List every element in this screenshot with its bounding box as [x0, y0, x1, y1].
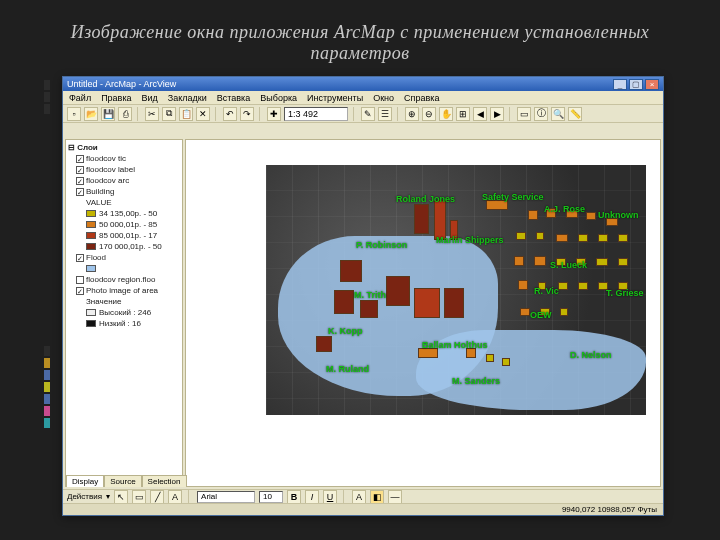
building-polygon[interactable] — [340, 260, 362, 282]
copy-icon[interactable]: ⧉ — [162, 107, 176, 121]
open-icon[interactable]: 📂 — [84, 107, 98, 121]
paste-icon[interactable]: 📋 — [179, 107, 193, 121]
building-polygon[interactable] — [558, 282, 568, 290]
font-color-icon[interactable]: A — [352, 490, 366, 504]
find-icon[interactable]: 🔍 — [551, 107, 565, 121]
prev-extent-icon[interactable]: ◀ — [473, 107, 487, 121]
building-polygon[interactable] — [560, 308, 568, 316]
line-icon[interactable]: ╱ — [150, 490, 164, 504]
layer-6[interactable]: Photo image of area — [68, 285, 180, 296]
building-polygon[interactable] — [578, 282, 588, 290]
bold-icon[interactable]: B — [287, 490, 301, 504]
font-select[interactable]: Arial — [197, 491, 255, 503]
pointer-icon[interactable]: ↖ — [114, 490, 128, 504]
table-of-contents[interactable]: ⊟ Слоиfloodcov ticfloodcov labelfloodcov… — [65, 139, 183, 487]
save-icon[interactable]: 💾 — [101, 107, 115, 121]
value-class: 50 000,01р. - 85 — [68, 219, 180, 230]
building-polygon[interactable] — [434, 200, 446, 240]
building-polygon[interactable] — [502, 358, 510, 366]
building-polygon[interactable] — [528, 210, 538, 220]
pan-icon[interactable]: ✋ — [439, 107, 453, 121]
menu-Файл[interactable]: Файл — [69, 93, 91, 103]
layer-2[interactable]: floodcov arc — [68, 175, 180, 186]
map-label: D. Nelson — [570, 350, 612, 360]
layer-1[interactable]: floodcov label — [68, 164, 180, 175]
zoom-out-icon[interactable]: ⊖ — [422, 107, 436, 121]
building-polygon[interactable] — [596, 258, 608, 266]
toc-tab-selection[interactable]: Selection — [142, 475, 187, 487]
map-label: R. Vic — [534, 286, 559, 296]
print-icon[interactable]: ⎙ — [118, 107, 132, 121]
building-polygon[interactable] — [334, 290, 354, 314]
scale-input[interactable]: 1:3 492 — [284, 107, 348, 121]
building-polygon[interactable] — [316, 336, 332, 352]
toc-tab-source[interactable]: Source — [104, 475, 141, 487]
building-polygon[interactable] — [414, 288, 440, 318]
toc-root[interactable]: ⊟ Слои — [68, 142, 180, 153]
full-extent-icon[interactable]: ⊞ — [456, 107, 470, 121]
add-data-icon[interactable]: ✚ — [267, 107, 281, 121]
editor-icon[interactable]: ✎ — [361, 107, 375, 121]
map-view[interactable]: Roland JonesP. RobinsonMarlin ShippersSa… — [185, 139, 661, 487]
rectangle-icon[interactable]: ▭ — [132, 490, 146, 504]
font-size-input[interactable]: 10 — [259, 491, 283, 503]
select-icon[interactable]: ▭ — [517, 107, 531, 121]
menu-Инструменты[interactable]: Инструменты — [307, 93, 363, 103]
map-label: Ballam Holthus — [422, 340, 488, 350]
maximize-button[interactable]: ▢ — [629, 79, 643, 90]
map-label: M. Trith — [354, 290, 386, 300]
building-polygon[interactable] — [414, 204, 429, 234]
building-polygon[interactable] — [598, 234, 608, 242]
layer-3[interactable]: Building — [68, 186, 180, 197]
menu-Правка[interactable]: Правка — [101, 93, 131, 103]
building-polygon[interactable] — [586, 212, 596, 220]
building-polygon[interactable] — [578, 234, 588, 242]
map-label: T. Griese — [606, 288, 644, 298]
menu-Окно[interactable]: Окно — [373, 93, 394, 103]
italic-icon[interactable]: I — [305, 490, 319, 504]
building-polygon[interactable] — [516, 232, 526, 240]
actions-menu[interactable]: Действия — [67, 492, 102, 501]
menu-Вставка[interactable]: Вставка — [217, 93, 250, 103]
menu-Вид[interactable]: Вид — [142, 93, 158, 103]
measure-icon[interactable]: 📏 — [568, 107, 582, 121]
line-color-icon[interactable]: — — [388, 490, 402, 504]
fill-color-icon[interactable]: ◧ — [370, 490, 384, 504]
catalog-icon[interactable]: ☰ — [378, 107, 392, 121]
close-button[interactable]: × — [645, 79, 659, 90]
building-polygon[interactable] — [534, 256, 546, 266]
text-icon[interactable]: A — [168, 490, 182, 504]
map-label: P. Robinson — [356, 240, 407, 250]
menu-Выборка[interactable]: Выборка — [260, 93, 297, 103]
identify-icon[interactable]: ⓘ — [534, 107, 548, 121]
building-polygon[interactable] — [514, 256, 524, 266]
next-extent-icon[interactable]: ▶ — [490, 107, 504, 121]
building-polygon[interactable] — [444, 288, 464, 318]
building-polygon[interactable] — [536, 232, 544, 240]
minimize-button[interactable]: _ — [613, 79, 627, 90]
toc-tabs: DisplaySourceSelection — [66, 475, 187, 487]
menu-Закладки[interactable]: Закладки — [168, 93, 207, 103]
building-polygon[interactable] — [618, 258, 628, 266]
layer-0[interactable]: floodcov tic — [68, 153, 180, 164]
layer-5[interactable]: floodcov region.floo — [68, 274, 180, 285]
building-polygon[interactable] — [518, 280, 528, 290]
underline-icon[interactable]: U — [323, 490, 337, 504]
map-label: K. Kopp — [328, 326, 363, 336]
cut-icon[interactable]: ✂ — [145, 107, 159, 121]
titlebar[interactable]: Untitled - ArcMap - ArcView _ ▢ × — [63, 77, 663, 91]
building-polygon[interactable] — [520, 308, 530, 316]
building-polygon[interactable] — [556, 234, 568, 242]
building-polygon[interactable] — [360, 300, 378, 318]
undo-icon[interactable]: ↶ — [223, 107, 237, 121]
building-polygon[interactable] — [386, 276, 410, 306]
new-icon[interactable]: ▫ — [67, 107, 81, 121]
toc-tab-display[interactable]: Display — [66, 475, 104, 487]
menu-Справка[interactable]: Справка — [404, 93, 439, 103]
layer-4[interactable]: Flood — [68, 252, 180, 263]
building-polygon[interactable] — [486, 354, 494, 362]
zoom-in-icon[interactable]: ⊕ — [405, 107, 419, 121]
building-polygon[interactable] — [618, 234, 628, 242]
redo-icon[interactable]: ↷ — [240, 107, 254, 121]
delete-icon[interactable]: ✕ — [196, 107, 210, 121]
